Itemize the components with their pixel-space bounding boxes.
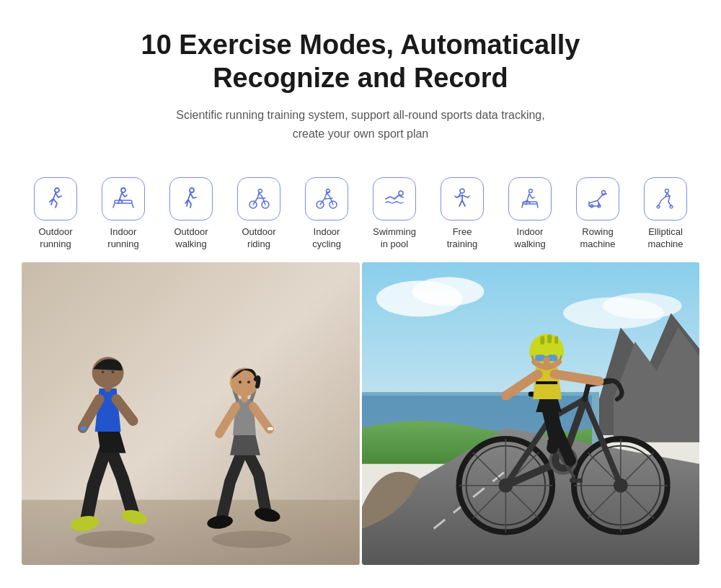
outdoor-running-label: Outdoorrunning [39,226,73,251]
svg-point-27 [670,205,673,208]
svg-line-20 [537,204,538,208]
free-training-icon-box [441,177,484,220]
elliptical-icon-box [644,177,687,220]
svg-point-52 [412,277,484,306]
cyclist-scene-svg [362,262,700,565]
exercise-outdoor-riding: Outdoorriding [225,177,293,251]
swimming-icon-box [373,177,416,220]
svg-rect-49 [267,427,273,430]
svg-point-48 [247,380,250,383]
svg-point-0 [55,188,59,192]
indoor-cycling-icon-box [305,177,348,220]
outdoor-walking-label: Outdoorwalking [174,226,208,251]
svg-line-16 [468,196,469,197]
outdoor-riding-icon-box [237,177,280,220]
svg-point-24 [665,190,669,193]
page-subtitle: Scientific running training system, supp… [43,106,678,143]
outdoor-riding-icon [246,186,272,212]
svg-point-13 [399,191,403,195]
svg-line-15 [455,196,456,197]
svg-point-54 [602,293,681,319]
svg-rect-74 [570,478,583,483]
svg-point-47 [239,380,242,383]
exercise-indoor-cycling: Indoorcycling [293,177,360,251]
rowing-icon-box [576,177,619,220]
outdoor-walking-icon [178,186,204,212]
svg-rect-79 [540,337,544,345]
exercise-icons-row: Outdoorrunning Indoorrunning [0,157,721,262]
indoor-cycling-label: Indoorcycling [312,226,341,251]
svg-point-31 [76,531,155,548]
svg-line-19 [522,204,523,208]
svg-rect-81 [554,337,558,344]
runners-scene-svg [22,262,360,565]
exercise-rowing: Rowingmachine [564,177,632,251]
svg-point-46 [229,382,232,385]
svg-rect-39 [81,427,87,430]
exercise-swimming: Swimmingin pool [360,177,428,251]
indoor-walking-icon-box [508,177,552,220]
outdoor-running-icon-box [34,177,77,220]
photos-section [0,262,721,579]
svg-point-1 [121,188,125,192]
rowing-label: Rowingmachine [580,226,615,251]
free-training-icon [449,186,475,212]
svg-point-37 [102,370,105,373]
rowing-icon [585,186,611,212]
svg-point-21 [602,191,606,195]
elliptical-icon [653,186,678,212]
exercise-outdoor-running: Outdoorrunning [22,177,89,251]
svg-point-32 [212,531,291,548]
svg-rect-77 [536,381,557,384]
exercise-indoor-running: Indoorrunning [89,177,157,251]
indoor-walking-label: Indoorwalking [514,226,545,251]
header-section: 10 Exercise Modes, Automatically Recogni… [0,0,721,157]
svg-rect-80 [547,335,552,344]
indoor-running-label: Indoorrunning [107,226,138,251]
svg-line-3 [113,203,115,208]
exercise-outdoor-walking: Outdoorwalking [157,177,225,251]
exercise-free-training: Freetraining [428,177,496,251]
svg-point-5 [190,188,194,192]
indoor-walking-icon [517,186,543,212]
elliptical-label: Ellipticalmachine [647,226,683,251]
svg-point-38 [112,370,115,373]
page-wrapper: 10 Exercise Modes, Automatically Recogni… [0,0,721,579]
outdoor-running-icon [43,186,68,212]
photo-cyclist [362,262,700,565]
svg-point-14 [460,189,464,193]
svg-line-25 [665,196,670,197]
svg-point-6 [259,190,262,193]
svg-point-17 [529,190,533,193]
outdoor-walking-icon-box [169,177,213,220]
swimming-label: Swimmingin pool [373,226,416,251]
indoor-running-icon-box [102,177,145,220]
indoor-running-icon [110,186,136,212]
indoor-cycling-icon [314,186,340,212]
free-training-label: Freetraining [447,226,478,251]
page-title: 10 Exercise Modes, Automatically Recogni… [43,29,678,94]
svg-rect-2 [115,200,132,203]
outdoor-riding-label: Outdoorriding [242,226,276,251]
svg-point-26 [657,205,660,208]
svg-rect-30 [22,500,360,565]
exercise-indoor-walking: Indoorwalking [496,177,564,251]
exercise-elliptical: Ellipticalmachine [632,177,699,251]
photo-runners [22,262,360,565]
svg-line-4 [132,203,133,208]
swimming-icon [381,186,407,212]
